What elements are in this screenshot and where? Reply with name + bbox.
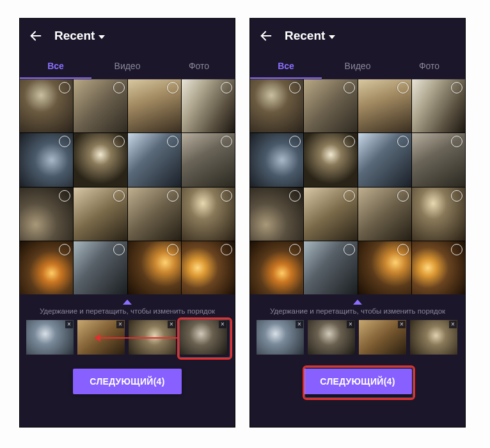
selected-thumb[interactable]: × [308,320,355,355]
app-header: Recent [250,19,465,53]
select-ring-icon [167,82,178,93]
select-ring-icon [59,190,70,202]
next-button[interactable]: СЛЕДУЮЩИЙ(4) [73,369,181,394]
selected-thumb[interactable]: × [26,320,74,355]
tab-video[interactable]: Видео [91,53,163,79]
media-grid [250,79,465,294]
select-ring-icon [451,244,462,255]
selected-thumb[interactable]: × [180,320,227,355]
select-ring-icon [167,244,178,255]
album-selector[interactable]: Recent [285,29,335,43]
media-thumb[interactable] [128,79,181,132]
media-thumb[interactable] [20,241,73,294]
tab-photo[interactable]: Фото [163,53,235,79]
album-title: Recent [54,29,95,43]
select-ring-icon [221,82,232,93]
media-thumb[interactable] [358,241,411,294]
tab-all[interactable]: Все [250,53,322,79]
close-icon[interactable]: × [296,321,303,328]
media-thumb[interactable] [182,188,235,241]
album-title: Recent [285,29,325,43]
select-ring-icon [451,190,462,202]
media-thumb[interactable] [74,79,127,132]
media-tabs: Все Видео Фото [250,53,465,79]
media-thumb[interactable] [182,241,235,294]
reorder-hint: Удержание и перетащить, чтобы изменить п… [20,307,235,320]
media-thumb[interactable] [412,133,465,186]
select-ring-icon [451,82,462,93]
app-header: Recent [20,19,235,53]
phone-left: Recent Все Видео Фото [19,18,235,428]
media-grid [20,79,235,294]
media-thumb[interactable] [74,188,127,241]
select-ring-icon [113,82,125,93]
select-ring-icon [221,244,232,255]
back-icon[interactable] [259,29,273,43]
media-thumb[interactable] [358,188,411,241]
select-ring-icon [113,190,125,202]
close-icon[interactable]: × [168,321,175,328]
selection-tray: Удержание и перетащить, чтобы изменить п… [250,294,465,394]
chevron-down-icon [329,35,335,39]
select-ring-icon [221,190,232,202]
media-thumb[interactable] [20,79,73,132]
media-thumb[interactable] [128,188,181,241]
selected-thumb[interactable]: × [257,320,304,355]
select-ring-icon [113,136,125,147]
select-ring-icon [344,82,355,93]
selection-row: × × × × [250,320,465,355]
media-thumb[interactable] [250,133,303,186]
media-thumb[interactable] [250,241,303,294]
close-icon[interactable]: × [219,321,226,328]
back-icon[interactable] [29,29,43,43]
phone-right: Recent Все Видео Фото [249,18,466,428]
selected-thumb[interactable]: × [410,320,457,355]
album-selector[interactable]: Recent [54,29,105,43]
close-icon[interactable]: × [116,321,124,328]
media-thumb[interactable] [182,79,235,132]
select-ring-icon [397,190,409,202]
media-thumb[interactable] [128,133,181,186]
media-thumb[interactable] [412,79,465,132]
drag-arrow-icon [99,337,177,339]
tray-handle-icon[interactable] [123,300,132,305]
select-ring-icon [167,136,178,147]
media-thumb[interactable] [358,133,411,186]
selection-tray: Удержание и перетащить, чтобы изменить п… [20,294,235,394]
select-ring-icon [397,136,409,147]
media-thumb[interactable] [128,241,181,294]
close-icon[interactable]: × [449,321,457,328]
tab-photo[interactable]: Фото [393,53,465,79]
media-thumb[interactable] [20,188,73,241]
media-thumb[interactable] [182,133,235,186]
close-icon[interactable]: × [398,321,406,328]
select-ring-icon [167,190,178,202]
media-thumb[interactable] [250,188,303,241]
close-icon[interactable]: × [65,321,73,328]
select-ring-icon [344,190,355,202]
reorder-hint: Удержание и перетащить, чтобы изменить п… [250,307,465,320]
tab-video[interactable]: Видео [322,53,393,79]
media-thumb[interactable] [304,241,357,294]
media-thumb[interactable] [304,79,357,132]
tab-all[interactable]: Все [20,53,91,79]
media-thumb[interactable] [20,133,73,186]
media-thumb[interactable] [250,79,303,132]
next-button[interactable]: СЛЕДУЮЩИЙ(4) [303,369,411,394]
select-ring-icon [289,244,301,255]
media-thumb[interactable] [358,79,411,132]
media-thumb[interactable] [304,133,357,186]
close-icon[interactable]: × [347,321,354,328]
media-thumb[interactable] [412,188,465,241]
media-thumb[interactable] [304,188,357,241]
tray-handle-icon[interactable] [353,300,362,305]
chevron-down-icon [99,35,105,39]
select-ring-icon [344,244,355,255]
selected-thumb[interactable]: × [359,320,406,355]
media-thumb[interactable] [74,133,127,186]
select-ring-icon [344,136,355,147]
selection-row: × × × × [20,320,235,355]
media-thumb[interactable] [412,241,465,294]
select-ring-icon [397,82,409,93]
media-thumb[interactable] [74,241,127,294]
